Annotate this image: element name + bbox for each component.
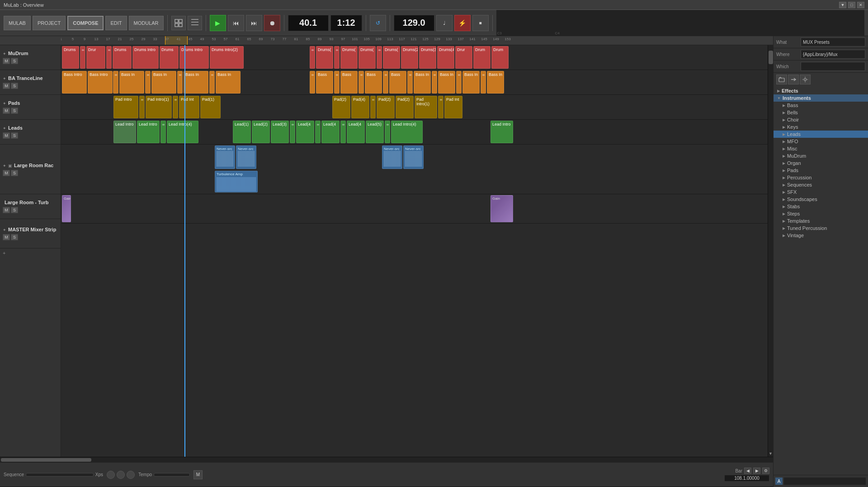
pads-clip-2[interactable]: ∞: [173, 96, 178, 118]
drums-clip-8[interactable]: Drums(: [316, 46, 333, 69]
pads-clip-6[interactable]: Pad(4): [351, 96, 369, 118]
metronome-button[interactable]: ♩: [436, 15, 453, 31]
leads-clip-7[interactable]: ∞: [315, 121, 321, 143]
bass-clip-22[interactable]: Bass In: [462, 71, 480, 94]
bass-clip-intro1[interactable]: Bass Intro: [62, 71, 87, 94]
drums-clip-intro3[interactable]: Drums Intro(2): [210, 46, 244, 69]
tree-misc[interactable]: ▶ Misc: [774, 145, 868, 152]
record-mode-button[interactable]: ■: [472, 15, 489, 31]
right-nav-a[interactable]: A: [775, 478, 783, 485]
leads-clip-6[interactable]: Lead(4: [296, 121, 314, 143]
close-btn[interactable]: ✕: [857, 2, 864, 8]
tree-soundscapes[interactable]: ▶ Soundscapes: [774, 196, 868, 203]
timeline-ruler[interactable]: 1591317212529333741454953576165697377818…: [0, 36, 773, 45]
right-search-input[interactable]: [783, 477, 866, 485]
h-scroll-thumb[interactable]: [1, 458, 91, 462]
drums-clip-3[interactable]: Drur: [86, 46, 105, 69]
drums-clip-4[interactable]: ∞: [106, 46, 112, 69]
drums-clip-2[interactable]: ∞: [80, 46, 85, 69]
master-s-btn[interactable]: S: [11, 234, 18, 240]
seq-btn-3[interactable]: [127, 471, 135, 479]
leads-clip-intro4[interactable]: Lead Intro(4): [167, 121, 198, 143]
loop-button[interactable]: ↺: [370, 15, 386, 31]
tree-mfo[interactable]: ▶ MFO: [774, 138, 868, 145]
lrr-clip-turb[interactable]: Turbulence Amp: [215, 171, 258, 192]
lrr-clip-neversrc4[interactable]: Never-src: [403, 145, 424, 169]
bass-clip-19[interactable]: ∞: [432, 71, 437, 94]
vertical-scrollbar[interactable]: ▼: [768, 45, 773, 457]
bass-clip-21[interactable]: ∞: [456, 71, 462, 94]
lrr-clip-neversrc2[interactable]: Never-src: [236, 145, 256, 169]
leads-clip-3[interactable]: Lead(2): [252, 121, 270, 143]
bass-clip-14[interactable]: Bass: [365, 71, 382, 94]
pads-m-btn[interactable]: M: [3, 108, 10, 114]
preset-tree[interactable]: ▶ Effects ▼ Instruments ▶ Bass ▶ Bells ▶…: [774, 86, 868, 475]
ba-expand-icon[interactable]: ✦: [3, 76, 6, 81]
drums-clip-9[interactable]: ∞: [334, 46, 340, 69]
bass-clip-1[interactable]: ∞: [113, 71, 118, 94]
drums-clip-5[interactable]: Drums: [113, 46, 132, 69]
tree-choir[interactable]: ▶ Choir: [774, 116, 868, 123]
horizontal-scrollbar[interactable]: [0, 457, 773, 462]
settings-icon-btn[interactable]: [800, 75, 811, 84]
ba-m-btn[interactable]: M: [3, 83, 10, 89]
bass-clip-17[interactable]: ∞: [407, 71, 413, 94]
tree-sequences[interactable]: ▶ Sequences: [774, 181, 868, 188]
drums-clip-13[interactable]: Drums(: [383, 46, 400, 69]
lrt-s-btn[interactable]: S: [11, 207, 18, 213]
lrr-expand-icon[interactable]: ✦: [3, 164, 6, 168]
mulab-button[interactable]: MULAB: [4, 16, 31, 30]
tree-instruments[interactable]: ▼ Instruments: [774, 94, 868, 102]
mudrum-m-btn[interactable]: M: [3, 58, 10, 64]
pads-clip-1[interactable]: ∞: [139, 96, 145, 118]
bar-prev[interactable]: ◀: [744, 468, 751, 474]
bass-clip-23[interactable]: ∞: [481, 71, 486, 94]
tree-vintage[interactable]: ▶ Vintage: [774, 232, 868, 239]
bass-clip-intro2[interactable]: Bass Intro: [88, 71, 113, 94]
sequence-progress[interactable]: [26, 473, 94, 477]
bass-clip-15[interactable]: ∞: [383, 71, 388, 94]
seq-btn-2[interactable]: [117, 471, 125, 479]
leads-clip-9[interactable]: ∞: [340, 121, 346, 143]
tree-templates[interactable]: ▶ Templates: [774, 217, 868, 225]
lrr-m-btn[interactable]: M: [3, 170, 10, 176]
leads-clip-10[interactable]: Lead(4: [347, 121, 365, 143]
which-input[interactable]: [801, 62, 865, 71]
maximize-btn[interactable]: □: [848, 2, 855, 8]
leads-s-btn[interactable]: S: [11, 132, 18, 139]
leads-clip-12[interactable]: ∞: [385, 121, 390, 143]
pads-clip-3[interactable]: Pad Int: [179, 96, 199, 118]
drums-clip-11[interactable]: Drums(: [359, 46, 376, 69]
play-button[interactable]: ▶: [210, 15, 226, 31]
edit-button[interactable]: EDIT: [105, 16, 127, 30]
bar-next[interactable]: ▶: [753, 468, 760, 474]
leads-clip-5[interactable]: ∞: [290, 121, 295, 143]
drums-clip-6[interactable]: Drums: [160, 46, 179, 69]
drums-clip-18[interactable]: Drum: [473, 46, 491, 69]
bass-clip-13[interactable]: ∞: [359, 71, 364, 94]
drums-clip-14[interactable]: Drums(2): [401, 46, 418, 69]
bass-clip-8[interactable]: Bass In: [216, 71, 241, 94]
bass-clip-2[interactable]: Bass In: [119, 71, 144, 94]
ba-s-btn[interactable]: S: [11, 83, 18, 89]
leads-m-btn[interactable]: M: [3, 132, 10, 139]
drums-clip-7[interactable]: ∞: [310, 46, 315, 69]
tree-organ[interactable]: ▶ Organ: [774, 159, 868, 167]
drums-clip-19[interactable]: Drum: [491, 46, 509, 69]
loop-region[interactable]: [165, 36, 188, 45]
m-button[interactable]: M: [193, 470, 203, 479]
tree-bass[interactable]: ▶ Bass: [774, 102, 868, 109]
master-expand-icon[interactable]: ✦: [3, 228, 6, 232]
pads-clip-12[interactable]: Pad Int: [444, 96, 462, 118]
drums-clip-10[interactable]: Drums(: [340, 46, 358, 69]
mudrum-expand-icon[interactable]: ✦: [3, 52, 6, 56]
leads-clip-intro1[interactable]: Lead Intro: [113, 121, 136, 143]
lrr-clip-neversrc3[interactable]: Never-src: [382, 145, 402, 169]
tree-keys[interactable]: ▶ Keys: [774, 123, 868, 131]
panic-button[interactable]: ⚡: [454, 15, 471, 31]
drums-clip-17[interactable]: Drur: [455, 46, 472, 69]
tree-sfx[interactable]: ▶ SFX: [774, 188, 868, 196]
pads-clip-4[interactable]: Pad(1): [200, 96, 221, 118]
master-gain-clip1[interactable]: Gain: [62, 195, 71, 222]
leads-clip-13[interactable]: Lead Intro: [491, 121, 513, 143]
